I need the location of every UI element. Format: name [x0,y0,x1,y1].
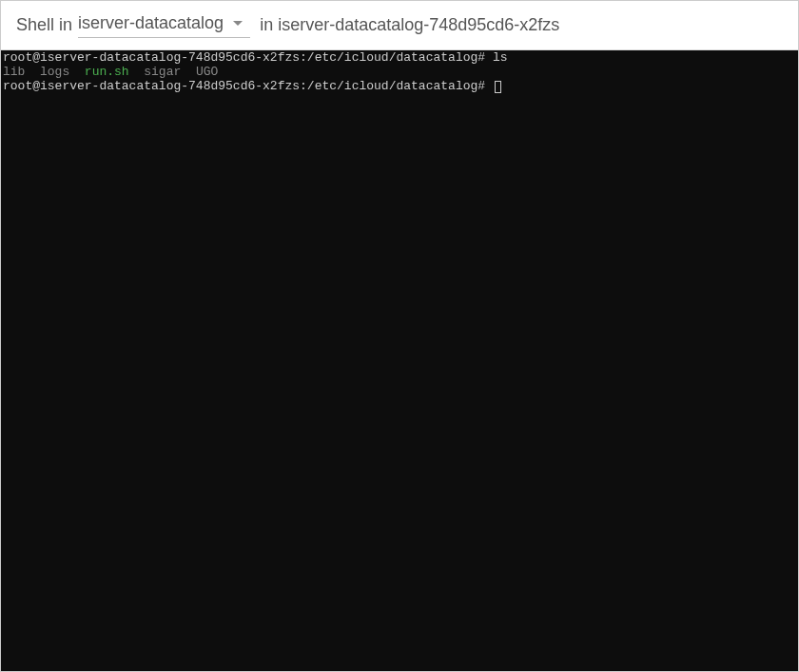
prompt-2: root@iserver-datacatalog-748d95cd6-x2fzs… [3,79,485,93]
shell-label: Shell in [16,15,72,35]
ls-lib: lib [3,65,25,79]
terminal-line-3: root@iserver-datacatalog-748d95cd6-x2fzs… [3,80,796,94]
chevron-down-icon [233,21,243,26]
dropdown-value: iserver-datacatalog [78,13,224,33]
pod-label: in iserver-datacatalog-748d95cd6-x2fzs [260,15,559,35]
pod-prefix: in [260,15,273,34]
terminal-line-1: root@iserver-datacatalog-748d95cd6-x2fzs… [3,51,796,66]
command-ls: ls [493,50,508,65]
ls-logs: logs [40,65,69,79]
container-dropdown[interactable]: iserver-datacatalog [78,13,250,38]
header-bar: Shell in iserver-datacatalog in iserver-… [1,1,798,50]
pod-name: iserver-datacatalog-748d95cd6-x2fzs [278,15,559,34]
ls-ugo: UGO [196,65,218,79]
terminal-line-2: lib logs run.sh sigar UGO [3,66,796,80]
cursor [495,81,501,93]
terminal[interactable]: root@iserver-datacatalog-748d95cd6-x2fzs… [1,50,798,671]
prompt: root@iserver-datacatalog-748d95cd6-x2fzs… [3,50,485,65]
ls-sigar: sigar [144,65,181,79]
ls-runsh: run.sh [85,65,129,79]
